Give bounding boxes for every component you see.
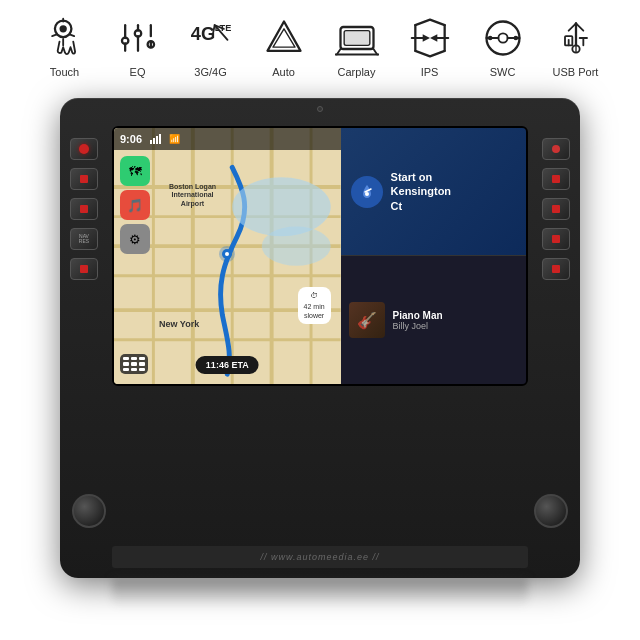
nav-arrow-icon	[351, 176, 383, 208]
bottom-bar: // www.automeedia.ee //	[112, 546, 528, 568]
music-artist: Billy Joel	[393, 321, 518, 331]
feature-swc: SWC	[475, 14, 530, 78]
touch-label: Touch	[50, 66, 79, 78]
map-top-bar: 9:06 📶	[114, 128, 341, 150]
signal-indicator	[150, 134, 161, 144]
svg-point-4	[121, 38, 127, 44]
music-controls: ⏮ ⏸ ⏭	[341, 384, 526, 386]
svg-marker-15	[273, 29, 295, 47]
svg-point-7	[134, 30, 140, 36]
svg-marker-14	[267, 22, 300, 51]
svg-marker-24	[422, 34, 429, 41]
album-art: 🎸	[349, 302, 385, 338]
left-btn-3[interactable]	[70, 198, 98, 220]
nav-destination-text: Start on Kensington Ct	[391, 170, 452, 213]
location-pin	[217, 244, 237, 268]
maps-app-icon[interactable]: 🗺	[120, 156, 150, 186]
map-panel[interactable]: 9:06 📶 🗺	[114, 128, 341, 384]
ips-icon	[406, 14, 454, 62]
carplay-content: 9:06 📶 🗺	[114, 128, 526, 384]
svg-marker-26	[430, 34, 437, 41]
feature-touch: Touch	[37, 14, 92, 78]
nav-res-button[interactable]: NAVRES	[70, 228, 98, 250]
usb-icon	[552, 14, 600, 62]
eta-badge: 11:46 ETA	[196, 356, 259, 374]
nav-card: Start on Kensington Ct	[341, 128, 526, 256]
feature-ips: IPS	[402, 14, 457, 78]
svg-rect-17	[344, 31, 370, 46]
3g4g-label: 3G/4G	[194, 66, 226, 78]
right-btn-4[interactable]	[542, 228, 570, 250]
4glte-icon: 4G LTE	[187, 14, 235, 62]
right-btn-2[interactable]	[542, 168, 570, 190]
right-knob[interactable]	[534, 494, 568, 528]
map-time: 9:06	[120, 133, 142, 145]
carplay-label: Carplay	[338, 66, 376, 78]
ips-label: IPS	[421, 66, 439, 78]
feature-eq: EQ	[110, 14, 165, 78]
ny-label: New York	[159, 319, 199, 329]
grid-button[interactable]	[120, 354, 148, 374]
touch-icon	[41, 14, 89, 62]
boston-airport-label: Boston Logan International Airport	[169, 183, 216, 208]
svg-point-58	[225, 252, 229, 256]
power-button[interactable]	[70, 138, 98, 160]
music-info: Piano Man Billy Joel	[393, 310, 518, 331]
car-unit: NAVRES	[60, 98, 580, 578]
music-app-icon[interactable]: 🎵	[120, 190, 150, 220]
feature-carplay: Carplay	[329, 14, 384, 78]
features-row: Touch EQ 4G LTE	[0, 0, 640, 88]
eq-icon	[114, 14, 162, 62]
left-knob[interactable]	[72, 494, 106, 528]
music-title: Piano Man	[393, 310, 518, 321]
carplay-icon	[333, 14, 381, 62]
swc-label: SWC	[490, 66, 516, 78]
right-buttons	[542, 138, 570, 280]
slower-badge: ⏱ 42 min slower	[298, 287, 331, 324]
svg-point-1	[59, 25, 66, 32]
feature-auto: Auto	[256, 14, 311, 78]
svg-point-54	[232, 177, 331, 236]
left-btn-5[interactable]	[70, 258, 98, 280]
camera-dot	[317, 106, 323, 112]
unit-reflection	[112, 578, 528, 608]
feature-4glte: 4G LTE 3G/4G	[183, 14, 238, 78]
left-btn-2[interactable]	[70, 168, 98, 190]
feature-usb: USB Port	[548, 14, 603, 78]
right-btn-3[interactable]	[542, 198, 570, 220]
music-card: 🎸 Piano Man Billy Joel	[341, 256, 526, 384]
eq-label: EQ	[130, 66, 146, 78]
svg-point-31	[487, 36, 492, 41]
auto-icon	[260, 14, 308, 62]
app-icons-left: 🗺 🎵 ⚙	[120, 156, 150, 254]
svg-point-59	[365, 192, 369, 196]
swc-icon	[479, 14, 527, 62]
usb-label: USB Port	[553, 66, 599, 78]
svg-point-32	[513, 36, 518, 41]
right-panel: Start on Kensington Ct 🎸 Piano Man Billy…	[341, 128, 526, 384]
svg-point-28	[498, 33, 507, 42]
right-btn-1[interactable]	[542, 138, 570, 160]
auto-label: Auto	[272, 66, 295, 78]
main-screen[interactable]: 9:06 📶 🗺	[112, 126, 528, 386]
right-btn-5[interactable]	[542, 258, 570, 280]
svg-point-55	[262, 226, 331, 265]
left-buttons: NAVRES	[70, 138, 98, 280]
car-unit-wrapper: NAVRES	[0, 88, 640, 578]
svg-text:4G: 4G	[190, 23, 214, 44]
wifi-icon: 📶	[169, 134, 180, 144]
watermark-text: // www.automeedia.ee //	[260, 552, 379, 562]
settings-app-icon[interactable]: ⚙	[120, 224, 150, 254]
